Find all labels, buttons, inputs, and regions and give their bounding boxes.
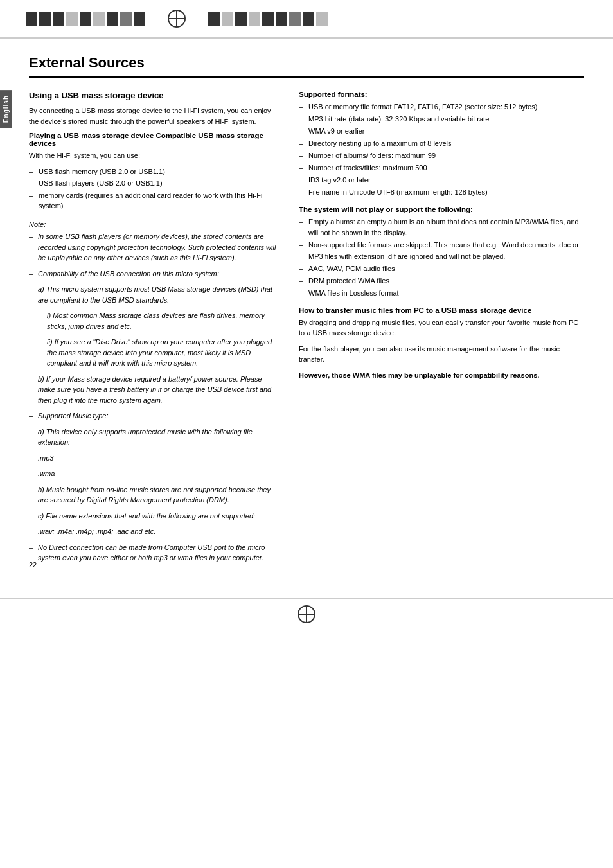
note-item-3: Supported Music type: a) This device onl… bbox=[29, 411, 280, 537]
section-title: External Sources bbox=[29, 55, 584, 78]
note-mp3: .mp3 bbox=[29, 453, 280, 464]
bar-block bbox=[222, 12, 233, 26]
page: English External Sources Using a USB mas… bbox=[0, 0, 613, 868]
transfer-heading: How to transfer music files from PC to a… bbox=[299, 306, 584, 314]
note-sub-b: b) If your Mass storage device required … bbox=[29, 374, 280, 406]
bar-block bbox=[134, 12, 145, 26]
list-item: WMA v9 or earlier bbox=[299, 126, 584, 137]
note-music-b: b) Music bought from on-line music store… bbox=[29, 484, 280, 506]
transfer-bold: However, those WMA files may be unplayab… bbox=[299, 370, 584, 381]
top-bar-pattern-right bbox=[208, 12, 328, 26]
transfer-para2: For the flash player, you can also use i… bbox=[299, 344, 584, 365]
supported-formats-heading: Supported formats: bbox=[299, 91, 584, 98]
list-item: ID3 tag v2.0 or later bbox=[299, 175, 584, 186]
bar-block bbox=[235, 12, 247, 26]
note-item-2: Compatibility of the USB connection on t… bbox=[29, 269, 280, 406]
bar-block bbox=[276, 12, 287, 26]
list-item: File name in Unicode UTF8 (maximum lengt… bbox=[299, 187, 584, 198]
list-item: memory cards (requires an additional car… bbox=[29, 190, 280, 211]
bar-block bbox=[80, 12, 91, 26]
crosshair-icon bbox=[168, 10, 186, 28]
list-item: DRM protected WMA files bbox=[299, 276, 584, 287]
bar-block bbox=[107, 12, 118, 26]
list-item: Non-supported file formats are skipped. … bbox=[299, 240, 584, 261]
note-item-1: In some USB flash players (or memory dev… bbox=[29, 231, 280, 263]
note-sub-i: i) Most common Mass storage class device… bbox=[29, 310, 280, 332]
bar-block bbox=[120, 12, 132, 26]
note-music-c: c) File name extensions that end with th… bbox=[29, 511, 280, 522]
bar-block bbox=[39, 12, 51, 26]
note-music-a: a) This device only supports unprotected… bbox=[29, 427, 280, 448]
top-bar-pattern-left bbox=[26, 12, 145, 26]
not-supported-list: Empty albums: an empty album is an album… bbox=[299, 217, 584, 298]
list-item: WMA files in Lossless format bbox=[299, 288, 584, 299]
not-supported-heading: The system will not play or support the … bbox=[299, 206, 584, 213]
top-bar bbox=[0, 0, 613, 39]
bar-block bbox=[249, 12, 260, 26]
subheading1: Playing a USB mass storage device Compat… bbox=[29, 132, 280, 147]
bar-block bbox=[53, 12, 64, 26]
bottom-crosshair-icon bbox=[298, 605, 315, 623]
bar-block bbox=[26, 12, 37, 26]
list-item: USB flash memory (USB 2.0 or USB1.1) bbox=[29, 166, 280, 177]
list-item: AAC, WAV, PCM audio files bbox=[299, 263, 584, 274]
note-item-4: No Direct connection can be made from Co… bbox=[29, 542, 280, 563]
note-sub-a: a) This micro system supports most USB M… bbox=[29, 284, 280, 305]
bar-block bbox=[289, 12, 301, 26]
bar-block bbox=[316, 12, 328, 26]
bar-block bbox=[93, 12, 105, 26]
compatible-list: USB flash memory (USB 2.0 or USB1.1) USB… bbox=[29, 166, 280, 211]
bar-block bbox=[66, 12, 78, 26]
list-item: USB flash players (USB 2.0 or USB1.1) bbox=[29, 178, 280, 189]
two-col-layout: Using a USB mass storage device By conne… bbox=[29, 91, 584, 569]
list-item: Number of tracks/titles: maximum 500 bbox=[299, 163, 584, 173]
note-label: Note: bbox=[29, 219, 280, 230]
intro-text: By connecting a USB mass storage device … bbox=[29, 105, 280, 127]
main-heading: Using a USB mass storage device bbox=[29, 91, 280, 100]
left-column: Using a USB mass storage device By conne… bbox=[29, 91, 280, 569]
language-tab: English bbox=[0, 90, 12, 128]
main-content: English External Sources Using a USB mas… bbox=[0, 39, 613, 585]
note-extensions: .wav; .m4a; .m4p; .mp4; .aac and etc. bbox=[29, 526, 280, 537]
note-wma: .wma bbox=[29, 468, 280, 479]
list-item: Number of albums/ folders: maximum 99 bbox=[299, 150, 584, 161]
transfer-para1: By dragging and dropping music files, yo… bbox=[299, 317, 584, 339]
bar-block bbox=[208, 12, 220, 26]
note-section: Note: In some USB flash players (or memo… bbox=[29, 219, 280, 563]
list-item: Empty albums: an empty album is an album… bbox=[299, 217, 584, 238]
list-item: MP3 bit rate (data rate): 32-320 Kbps an… bbox=[299, 114, 584, 125]
bar-block bbox=[303, 12, 314, 26]
bottom-bar bbox=[0, 598, 613, 630]
list-item: USB or memory file format FAT12, FAT16, … bbox=[299, 102, 584, 112]
supported-formats-list: USB or memory file format FAT12, FAT16, … bbox=[299, 102, 584, 198]
subheading1-intro: With the Hi-Fi system, you can use: bbox=[29, 150, 280, 161]
page-number: 22 bbox=[29, 561, 37, 569]
right-column: Supported formats: USB or memory file fo… bbox=[299, 91, 584, 569]
list-item: Directory nesting up to a maximum of 8 l… bbox=[299, 138, 584, 149]
note-sub-ii: ii) If you see a "Disc Drive" show up on… bbox=[29, 337, 280, 369]
bar-block bbox=[262, 12, 274, 26]
